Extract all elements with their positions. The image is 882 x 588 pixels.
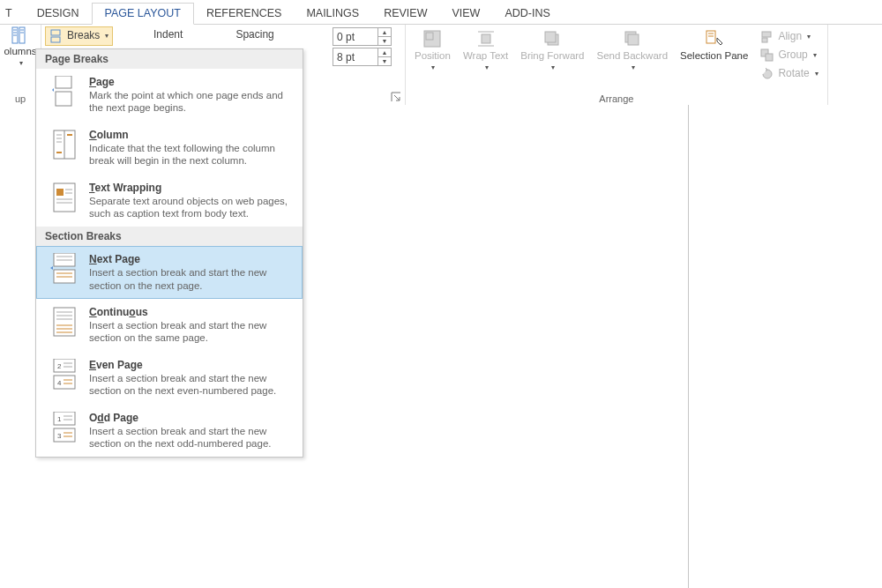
tab-page-layout[interactable]: PAGE LAYOUT [92, 3, 194, 25]
continuous-icon [50, 306, 78, 338]
tab-references[interactable]: REFERENCES [194, 4, 294, 24]
position-label: Position [415, 50, 451, 62]
rotate-icon [760, 67, 774, 81]
dialog-launcher-icon[interactable] [391, 92, 401, 102]
break-page-desc: Mark the point at which one page ends an… [89, 89, 294, 115]
svg-rect-11 [482, 34, 490, 43]
align-button: Align▾ [757, 28, 821, 46]
svg-rect-7 [51, 30, 60, 35]
svg-rect-34 [54, 183, 75, 212]
spin-down-icon[interactable]: ▼ [378, 57, 391, 65]
break-odd-page-item[interactable]: 13 Odd Page Insert a section break and s… [36, 405, 303, 458]
break-text-wrapping-item[interactable]: Text Wrapping Separate text around objec… [36, 175, 303, 227]
next-page-icon [50, 253, 78, 285]
chevron-down-icon: ▾ [632, 63, 635, 71]
wrap-text-icon [476, 29, 496, 48]
column-break-icon [50, 129, 78, 160]
tab-partial[interactable]: T [0, 4, 25, 24]
tab-review[interactable]: REVIEW [371, 4, 439, 24]
spacing-label: Spacing [235, 28, 273, 41]
svg-rect-18 [706, 31, 715, 43]
indent-label: Indent [153, 28, 183, 41]
spin-up-icon[interactable]: ▲ [378, 48, 391, 57]
spacing-before-input[interactable]: 0 pt ▲▼ [333, 27, 392, 46]
break-column-title: Column [89, 129, 294, 141]
bring-forward-button: Bring Forward ▾ [515, 26, 589, 74]
chevron-down-icon: ▾ [431, 63, 435, 71]
spacing-after-input[interactable]: 8 pt ▲▼ [333, 48, 392, 66]
columns-icon [11, 26, 29, 44]
break-wrap-title: Text Wrapping [89, 182, 294, 194]
odd-page-icon: 13 [50, 412, 78, 443]
break-column-desc: Indicate that the text following the col… [89, 142, 294, 167]
bring-forward-icon [542, 29, 562, 48]
svg-rect-21 [762, 32, 771, 37]
arrange-group-label: Arrange [409, 93, 824, 106]
even-page-icon: 24 [50, 359, 78, 391]
group-button: Group▾ [757, 47, 821, 64]
ribbon: olumns ▾ up Breaks ▾ Indent Spacing 0 pt… [0, 25, 882, 107]
svg-rect-17 [628, 34, 639, 45]
page-breaks-header: Page Breaks [36, 49, 303, 69]
tab-mailings[interactable]: MAILINGS [294, 4, 371, 24]
svg-rect-25 [56, 76, 71, 88]
selection-pane-label: Selection Pane [680, 50, 748, 62]
break-column-item[interactable]: Column Indicate that the text following … [36, 122, 303, 175]
send-backward-button: Send Backward ▾ [592, 26, 674, 74]
rotate-label: Rotate [778, 68, 809, 80]
break-next-page-item[interactable]: Next Page Insert a section break and sta… [36, 246, 303, 299]
break-even-page-item[interactable]: 24 Even Page Insert a section break and … [36, 352, 303, 405]
tab-view[interactable]: VIEW [439, 4, 492, 24]
wrap-text-button: Wrap Text ▾ [458, 26, 513, 74]
break-continuous-item[interactable]: Continuous Insert a section break and st… [36, 299, 303, 352]
wrap-text-label: Wrap Text [463, 50, 508, 62]
breaks-label: Breaks [67, 30, 100, 42]
ribbon-tabs: T DESIGN PAGE LAYOUT REFERENCES MAILINGS… [0, 0, 882, 25]
chevron-down-icon: ▾ [815, 70, 818, 78]
svg-rect-35 [56, 189, 64, 196]
spin-up-icon[interactable]: ▲ [378, 28, 391, 37]
breaks-button[interactable]: Breaks ▾ [45, 26, 113, 46]
svg-rect-15 [545, 32, 556, 42]
chevron-down-icon: ▾ [105, 32, 108, 40]
svg-text:4: 4 [57, 379, 62, 387]
break-next-page-desc: Insert a section break and start the new… [89, 266, 294, 292]
chevron-down-icon: ▾ [807, 33, 811, 41]
align-icon [760, 30, 774, 44]
chevron-down-icon: ▾ [551, 63, 555, 71]
breaks-icon [49, 29, 64, 43]
break-odd-page-title: Odd Page [89, 412, 294, 424]
svg-rect-24 [766, 54, 773, 61]
break-page-item[interactable]: Page Mark the point at which one page en… [36, 69, 303, 122]
svg-rect-26 [56, 92, 71, 106]
break-wrap-desc: Separate text around objects on web page… [89, 195, 294, 220]
spacing-after-value: 8 pt [333, 51, 377, 63]
svg-text:2: 2 [57, 362, 62, 370]
break-next-page-title: Next Page [89, 253, 294, 265]
position-icon [422, 29, 442, 48]
break-even-page-desc: Insert a section break and start the new… [89, 372, 294, 398]
align-label: Align [778, 31, 802, 43]
break-continuous-desc: Insert a section break and start the new… [89, 319, 294, 345]
svg-rect-22 [762, 38, 767, 42]
spin-down-icon[interactable]: ▼ [378, 37, 391, 45]
chevron-down-icon: ▾ [813, 51, 817, 59]
bring-forward-label: Bring Forward [520, 50, 584, 62]
text-wrapping-icon [50, 182, 78, 213]
selection-pane-button[interactable]: Selection Pane [675, 26, 753, 64]
position-button: Position ▾ [409, 26, 456, 74]
spacing-before-value: 0 pt [333, 31, 377, 43]
chevron-down-icon: ▾ [19, 59, 23, 67]
page-break-icon [50, 76, 78, 108]
section-breaks-header: Section Breaks [36, 227, 303, 246]
send-backward-label: Send Backward [597, 50, 669, 62]
breaks-dropdown: Page Breaks Page Mark the point at which… [35, 48, 303, 458]
tab-design[interactable]: DESIGN [25, 4, 92, 24]
svg-text:3: 3 [57, 432, 62, 440]
group-icon [760, 48, 774, 63]
page-setup-group-label: up [4, 93, 37, 106]
send-backward-icon [623, 29, 642, 48]
svg-text:1: 1 [57, 415, 62, 423]
selection-pane-icon [705, 29, 724, 48]
tab-addins[interactable]: ADD-INS [492, 4, 562, 24]
